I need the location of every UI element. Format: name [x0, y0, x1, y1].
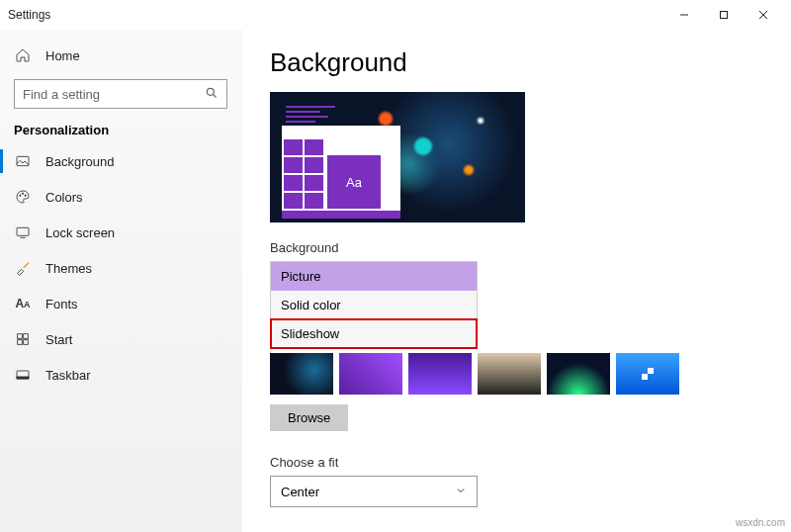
choose-fit-label: Choose a fit — [270, 455, 791, 470]
svg-point-8 — [22, 193, 23, 194]
svg-rect-13 — [24, 334, 29, 339]
category-header: Personalization — [0, 113, 241, 143]
search-input[interactable]: Find a setting — [14, 79, 227, 109]
sidebar-item-lockscreen[interactable]: Lock screen — [0, 215, 241, 250]
start-icon — [14, 330, 32, 348]
sidebar-item-background[interactable]: Background — [0, 143, 241, 179]
sidebar-item-label: Start — [45, 332, 72, 347]
preview-sample-tile: Aa — [327, 155, 381, 209]
picture-icon — [14, 152, 32, 170]
themes-icon — [14, 259, 32, 277]
svg-rect-15 — [24, 340, 29, 345]
watermark: wsxdn.com — [736, 517, 785, 528]
recent-image-thumb[interactable] — [616, 353, 679, 395]
taskbar-icon — [14, 366, 32, 384]
main-panel: Background Aa Background Picture Solid c… — [242, 30, 791, 532]
window-controls — [664, 0, 783, 30]
sidebar: Home Find a setting Personalization Back… — [0, 30, 242, 532]
svg-rect-6 — [17, 156, 29, 165]
svg-rect-12 — [18, 334, 23, 339]
sidebar-item-label: Themes — [45, 261, 92, 276]
recent-image-thumb[interactable] — [408, 353, 472, 395]
sidebar-item-label: Background — [45, 154, 114, 169]
fit-dropdown[interactable]: Center — [270, 476, 478, 507]
background-preview: Aa — [270, 92, 525, 222]
svg-point-4 — [207, 88, 214, 95]
home-nav[interactable]: Home — [0, 38, 241, 73]
svg-point-9 — [25, 195, 26, 196]
svg-rect-10 — [17, 227, 29, 235]
svg-line-5 — [214, 94, 217, 97]
background-option-solid-color[interactable]: Solid color — [271, 291, 477, 319]
title-bar: Settings — [0, 0, 791, 30]
close-button[interactable] — [744, 0, 783, 30]
search-placeholder: Find a setting — [23, 87, 100, 102]
palette-icon — [14, 188, 32, 206]
window-title: Settings — [8, 8, 50, 22]
browse-button[interactable]: Browse — [270, 404, 348, 431]
recent-images — [270, 353, 791, 395]
recent-image-thumb[interactable] — [270, 353, 333, 395]
minimize-button[interactable] — [664, 0, 704, 30]
chevron-down-icon — [455, 485, 467, 499]
svg-rect-14 — [18, 340, 23, 345]
sidebar-item-label: Lock screen — [45, 225, 115, 240]
sidebar-item-themes[interactable]: Themes — [0, 250, 241, 286]
sidebar-item-colors[interactable]: Colors — [0, 179, 241, 215]
recent-image-thumb[interactable] — [478, 353, 541, 395]
home-icon — [14, 46, 32, 64]
svg-rect-17 — [17, 377, 29, 379]
home-label: Home — [45, 48, 80, 63]
lockscreen-icon — [14, 223, 32, 241]
background-option-picture[interactable]: Picture — [271, 262, 477, 291]
search-icon — [205, 86, 219, 103]
recent-image-thumb[interactable] — [339, 353, 402, 395]
sidebar-item-label: Colors — [45, 190, 83, 205]
page-title: Background — [270, 47, 791, 78]
sidebar-item-label: Fonts — [45, 297, 78, 311]
sidebar-item-start[interactable]: Start — [0, 321, 241, 357]
fit-value: Center — [281, 485, 319, 499]
svg-point-7 — [20, 195, 21, 196]
background-dropdown-label: Background — [270, 240, 791, 255]
sidebar-item-label: Taskbar — [45, 368, 91, 383]
background-dropdown[interactable]: Picture Solid color Slideshow — [270, 261, 478, 349]
recent-image-thumb[interactable] — [547, 353, 610, 395]
sidebar-item-fonts[interactable]: AA Fonts — [0, 286, 241, 321]
maximize-button[interactable] — [704, 0, 744, 30]
background-option-slideshow[interactable]: Slideshow — [271, 319, 477, 348]
fonts-icon: AA — [14, 295, 32, 312]
svg-rect-1 — [721, 12, 728, 19]
sidebar-item-taskbar[interactable]: Taskbar — [0, 357, 241, 393]
